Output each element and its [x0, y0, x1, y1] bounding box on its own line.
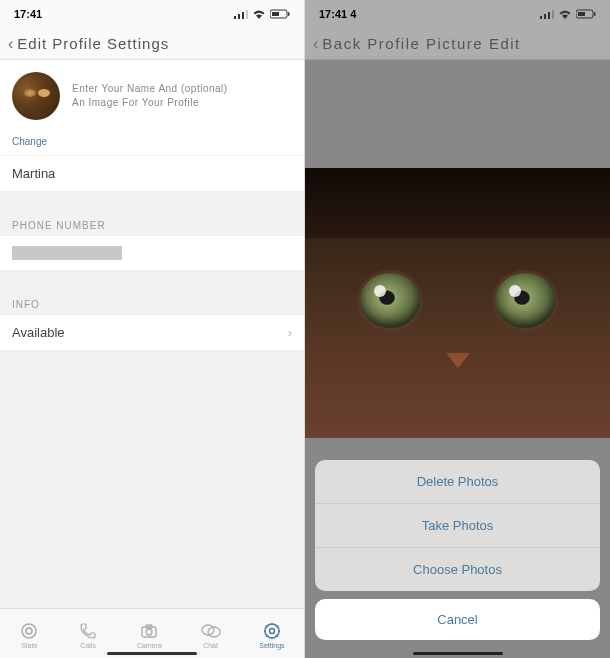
tab-calls[interactable]: Calls: [78, 621, 98, 649]
home-indicator[interactable]: [107, 652, 197, 655]
avatar[interactable]: [12, 72, 60, 120]
phone-icon: [78, 621, 98, 641]
status-icons: [540, 9, 596, 19]
tab-chat[interactable]: Chat: [201, 621, 221, 649]
battery-icon: [576, 9, 596, 19]
svg-rect-19: [552, 10, 554, 19]
info-row[interactable]: Available ›: [0, 314, 304, 351]
action-sheet-options: Delete Photos Take Photos Choose Photos: [315, 460, 600, 591]
svg-point-15: [269, 628, 274, 633]
profile-picture-preview: [305, 168, 610, 438]
wifi-icon: [558, 9, 572, 19]
back-button[interactable]: ‹: [8, 35, 13, 53]
tab-bar: State Calls Camera Chat Settings: [0, 608, 304, 658]
profile-section: Enter Your Name And (optional) An Image …: [0, 60, 304, 132]
back-button[interactable]: ‹: [313, 35, 318, 53]
chat-icon: [201, 621, 221, 641]
svg-point-8: [26, 628, 32, 634]
delete-photos-button[interactable]: Delete Photos: [315, 460, 600, 504]
take-photos-button[interactable]: Take Photos: [315, 504, 600, 548]
tab-label: Calls: [80, 642, 96, 649]
profile-hint-line2: An Image For Your Profile: [72, 96, 228, 110]
change-photo-link[interactable]: Change: [0, 132, 304, 156]
svg-rect-16: [540, 16, 542, 19]
svg-point-10: [146, 629, 152, 635]
circle-icon: [19, 621, 39, 641]
nav-title: Edit Profile Settings: [17, 35, 169, 52]
camera-icon: [139, 621, 159, 641]
profile-hint-line1: Enter Your Name And (optional): [72, 82, 228, 96]
svg-rect-18: [548, 12, 550, 19]
name-input[interactable]: Martina: [0, 156, 304, 192]
action-sheet: Delete Photos Take Photos Choose Photos …: [315, 460, 600, 640]
tab-label: State: [21, 642, 37, 649]
tab-label: Settings: [259, 642, 284, 649]
svg-rect-17: [544, 14, 546, 19]
status-time: 17:41: [14, 8, 42, 20]
nav-header: ‹ Edit Profile Settings: [0, 28, 304, 60]
nav-title: Back Profile Picture Edit: [322, 35, 520, 52]
chevron-right-icon: ›: [288, 325, 292, 340]
battery-icon: [270, 9, 290, 19]
edit-profile-screen: 17:41 ‹ Edit Profile Settings Enter Your…: [0, 0, 305, 658]
signal-icon: [540, 9, 554, 19]
info-value: Available: [12, 325, 65, 340]
svg-rect-6: [288, 12, 290, 16]
status-icons: [234, 9, 290, 19]
phone-section-label: PHONE NUMBER: [0, 214, 304, 235]
svg-rect-3: [246, 10, 248, 19]
gear-icon: [262, 621, 282, 641]
tab-state[interactable]: State: [19, 621, 39, 649]
wifi-icon: [252, 9, 266, 19]
info-section-label: INFO: [0, 293, 304, 314]
svg-rect-21: [578, 12, 585, 16]
tab-label: Chat: [203, 642, 218, 649]
svg-point-7: [22, 624, 36, 638]
status-bar: 17:41: [0, 0, 304, 28]
choose-photos-button[interactable]: Choose Photos: [315, 548, 600, 591]
tab-settings[interactable]: Settings: [259, 621, 284, 649]
home-indicator[interactable]: [413, 652, 503, 655]
phone-number-row[interactable]: [0, 235, 304, 271]
phone-number-redacted: [12, 246, 122, 260]
status-time: 17:41 4: [319, 8, 356, 20]
svg-rect-5: [272, 12, 279, 16]
signal-icon: [234, 9, 248, 19]
svg-rect-0: [234, 16, 236, 19]
status-bar: 17:41 4: [305, 0, 610, 28]
svg-rect-22: [594, 12, 596, 16]
tab-camera[interactable]: Camera: [137, 621, 162, 649]
svg-rect-1: [238, 14, 240, 19]
profile-hint: Enter Your Name And (optional) An Image …: [72, 82, 228, 110]
svg-rect-2: [242, 12, 244, 19]
nav-header: ‹ Back Profile Picture Edit: [305, 28, 610, 60]
profile-picture-edit-screen: 17:41 4 ‹ Back Profile Picture Edit Dele…: [305, 0, 610, 658]
tab-label: Camera: [137, 642, 162, 649]
cancel-button[interactable]: Cancel: [315, 599, 600, 640]
